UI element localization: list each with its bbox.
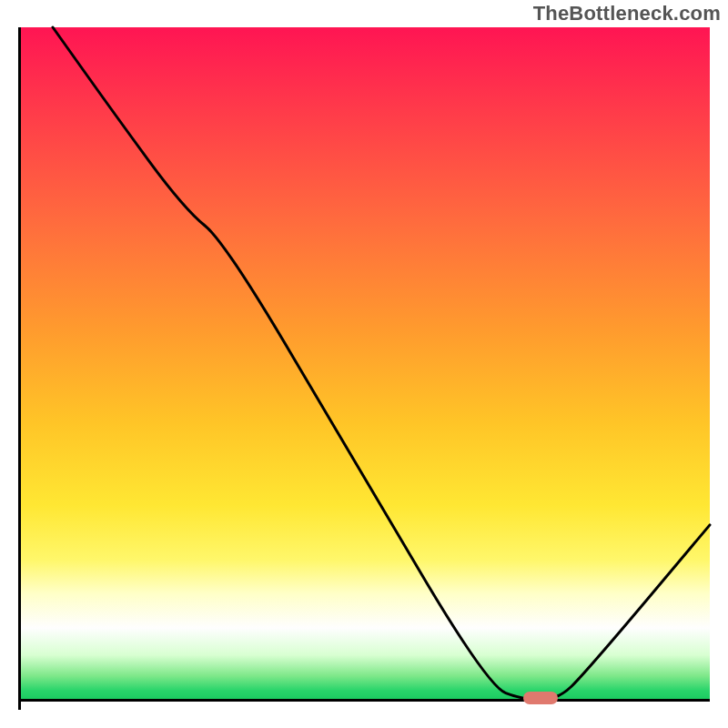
chart-container: TheBottleneck.com xyxy=(0,0,728,728)
optimal-marker xyxy=(523,692,558,704)
bottleneck-curve xyxy=(18,27,710,710)
plot-area xyxy=(18,27,710,710)
watermark-text: TheBottleneck.com xyxy=(533,2,721,25)
